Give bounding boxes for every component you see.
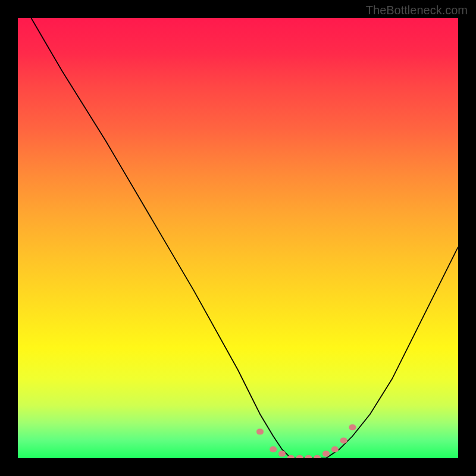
chart-marker — [305, 455, 312, 458]
chart-marker — [349, 424, 356, 430]
chart-marker — [270, 446, 277, 452]
chart-marker — [278, 451, 286, 457]
watermark-text: TheBottleneck.com — [366, 4, 468, 17]
chart-curve — [31, 18, 458, 458]
chart-marker — [340, 437, 347, 443]
chart-svg — [18, 18, 458, 458]
chart-marker — [314, 455, 321, 458]
chart-marker — [322, 451, 330, 457]
chart-marker — [296, 455, 303, 458]
chart-plot-area — [18, 18, 458, 458]
chart-marker — [256, 429, 264, 435]
chart-marker — [331, 446, 339, 452]
chart-markers — [256, 424, 356, 458]
